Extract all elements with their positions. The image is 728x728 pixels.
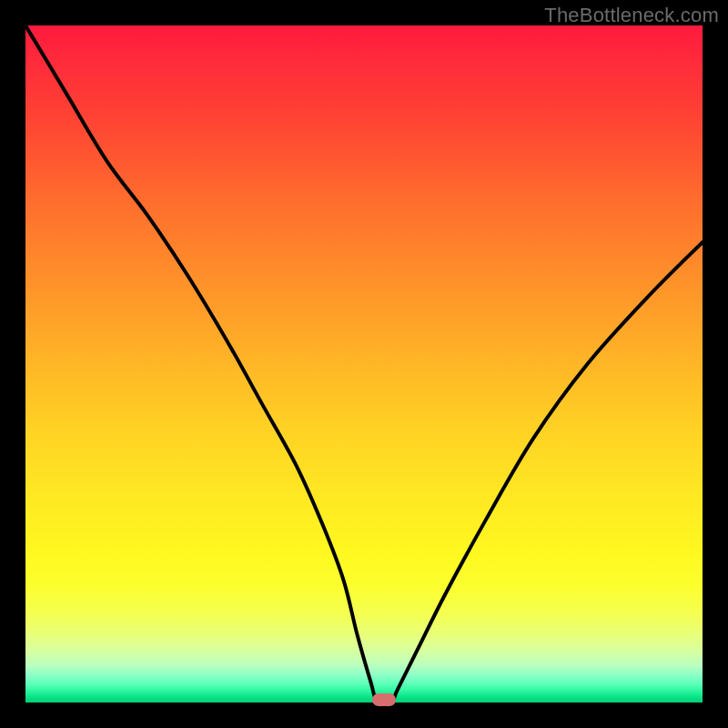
- plot-area: [25, 25, 703, 703]
- heat-gradient-background: [25, 25, 703, 703]
- watermark-text: TheBottleneck.com: [544, 4, 719, 27]
- optimal-point-marker: [372, 693, 396, 706]
- chart-frame: TheBottleneck.com: [0, 0, 728, 728]
